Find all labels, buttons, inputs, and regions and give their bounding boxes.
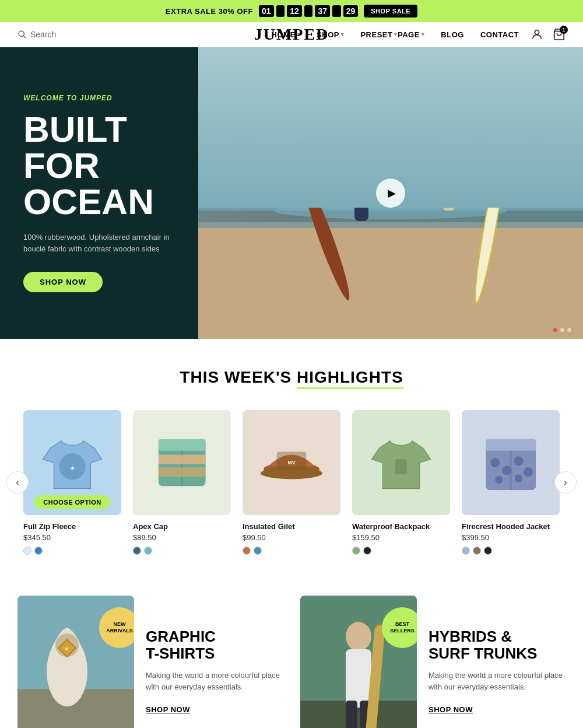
nav-preset[interactable]: PRESET ▾ — [360, 30, 398, 39]
category-info-2: HYBRIDS &SURF TRUNKS Making the world a … — [429, 628, 566, 715]
play-button[interactable] — [376, 178, 405, 208]
color-dot[interactable] — [23, 547, 31, 555]
highlights-section: THIS WEEK'S HIGHLIGHTS ‹ ★ CHOOSE OPTION… — [0, 339, 583, 572]
carousel-next-button[interactable]: › — [554, 471, 577, 494]
color-dot[interactable] — [254, 547, 262, 555]
product-name-4: Waterproof Backpack — [352, 522, 450, 531]
product-image-3[interactable]: MV — [243, 410, 340, 515]
category-card-2: BESTSELLERS HYBRIDS &SURF TRUNKS Making … — [300, 596, 566, 728]
color-dot[interactable] — [144, 547, 152, 555]
products-carousel: ‹ ★ CHOOSE OPTION Full Zip Fleece $345.5… — [17, 410, 566, 555]
svg-rect-14 — [443, 164, 455, 211]
product-card-4: Waterproof Backpack $159.50 — [352, 410, 450, 555]
color-dot[interactable] — [363, 547, 371, 555]
svg-point-13 — [440, 145, 458, 166]
svg-rect-6 — [198, 228, 583, 339]
product-name-3: Insulated Gilet — [243, 522, 340, 531]
svg-line-11 — [361, 181, 378, 202]
hero-shop-now-button[interactable]: SHOP NOW — [23, 272, 103, 292]
product-price-4: $159.50 — [352, 533, 450, 542]
product-colors-3 — [243, 547, 340, 555]
color-dot[interactable] — [484, 547, 492, 555]
svg-point-36 — [495, 476, 503, 484]
account-button[interactable] — [531, 28, 543, 41]
svg-point-47 — [346, 622, 371, 651]
countdown-msec: 29 — [343, 5, 359, 17]
category-desc-1: Making the world a more colourful place … — [146, 670, 283, 692]
hero-dot-2[interactable] — [560, 328, 564, 332]
site-logo[interactable]: JUMPED — [254, 25, 329, 44]
hero-dot-3[interactable] — [567, 328, 571, 332]
svg-rect-48 — [346, 649, 371, 708]
banner-text: EXTRA SALE 30% OFF — [166, 7, 253, 16]
color-dot[interactable] — [133, 547, 141, 555]
product-cap-illustration: MV — [255, 424, 328, 502]
nav-blog-label: BLOG — [441, 30, 464, 39]
chevron-down-icon: ▾ — [422, 32, 425, 37]
hero-dot-1[interactable] — [553, 328, 557, 332]
countdown-sec: 37 — [315, 5, 330, 17]
svg-point-34 — [514, 456, 523, 466]
cart-count: 1 — [560, 26, 568, 34]
nav-blog[interactable]: BLOG — [441, 30, 464, 39]
cart-button[interactable]: 1 — [553, 28, 566, 41]
carousel-prev-button[interactable]: ‹ — [6, 471, 29, 494]
product-colors-4 — [352, 547, 450, 555]
category-shop-link-1[interactable]: SHOP NOW — [146, 705, 190, 714]
category-title-2: HYBRIDS &SURF TRUNKS — [429, 628, 566, 662]
category-desc-2: Making the world a more colourful place … — [429, 670, 566, 692]
color-dot[interactable] — [243, 547, 251, 555]
svg-rect-9 — [354, 169, 368, 221]
product-shorts-illustration — [143, 421, 221, 505]
hero-content: WELCOME TO JUMPED BUILT FOR OCEAN 100% r… — [0, 47, 198, 339]
category-card-1: K NEWARRIVALS GRAPHICT-SHIRTS Making the… — [17, 596, 283, 728]
product-price-3: $99.50 — [243, 533, 340, 542]
svg-text:MV: MV — [287, 460, 295, 466]
svg-point-35 — [523, 467, 532, 477]
search-icon — [17, 30, 27, 39]
shop-sale-button[interactable]: SHOP SALE — [364, 5, 417, 18]
category-shop-link-2[interactable]: SHOP NOW — [429, 705, 473, 714]
color-dot[interactable] — [462, 547, 470, 555]
product-image-5[interactable] — [462, 410, 560, 515]
banner-discount: 30% OFF — [219, 7, 253, 16]
product-image-4[interactable] — [352, 410, 450, 515]
nav-contact[interactable]: CONTACT — [480, 30, 519, 39]
product-tshirt2-illustration — [364, 424, 438, 502]
highlights-title: THIS WEEK'S HIGHLIGHTS — [17, 368, 566, 387]
countdown-sep2: : — [304, 5, 313, 17]
product-name-5: Firecrest Hooded Jacket — [462, 522, 560, 531]
product-image-2[interactable] — [133, 410, 231, 515]
countdown-hours: 01 — [259, 5, 274, 17]
product-card-2: Apex Cap $89.50 — [133, 410, 231, 555]
product-colors-2 — [133, 547, 231, 555]
color-dot[interactable] — [34, 547, 43, 555]
products-grid: ★ CHOOSE OPTION Full Zip Fleece $345.50 — [17, 410, 566, 555]
promo-banner: EXTRA SALE 30% OFF 01 : 12 : 37 : 29 SHO… — [0, 0, 583, 22]
svg-rect-30 — [486, 439, 536, 451]
hero-description: 100% rubberwood. Upholstered armchair in… — [23, 232, 175, 254]
header-icons: 1 — [531, 28, 566, 41]
countdown-sep1: : — [276, 5, 285, 17]
search-bar[interactable]: Search — [17, 30, 272, 39]
svg-line-10 — [347, 181, 361, 199]
product-image-1[interactable]: ★ CHOOSE OPTION — [23, 410, 121, 515]
svg-point-33 — [502, 466, 511, 475]
product-colors-1 — [23, 547, 121, 555]
color-dot[interactable] — [473, 547, 481, 555]
color-dot[interactable] — [352, 547, 360, 555]
product-colors-5 — [462, 547, 560, 555]
choose-option-button-1[interactable]: CHOOSE OPTION — [34, 495, 110, 509]
countdown-min: 12 — [287, 5, 302, 17]
nav-preset-label: PRESET — [360, 30, 392, 39]
product-tshirt-illustration: ★ — [36, 424, 109, 502]
search-label: Search — [30, 30, 56, 39]
svg-rect-19 — [159, 439, 206, 451]
nav-page[interactable]: PAGE ▾ — [398, 30, 424, 39]
svg-point-2 — [535, 30, 539, 34]
countdown-sep3: : — [332, 5, 341, 17]
nav-right: PAGE ▾ BLOG CONTACT — [398, 30, 531, 39]
chevron-down-icon: ▾ — [341, 32, 345, 37]
category-image-1: K NEWARRIVALS — [17, 596, 134, 728]
hero-subtitle: WELCOME TO JUMPED — [23, 94, 175, 102]
